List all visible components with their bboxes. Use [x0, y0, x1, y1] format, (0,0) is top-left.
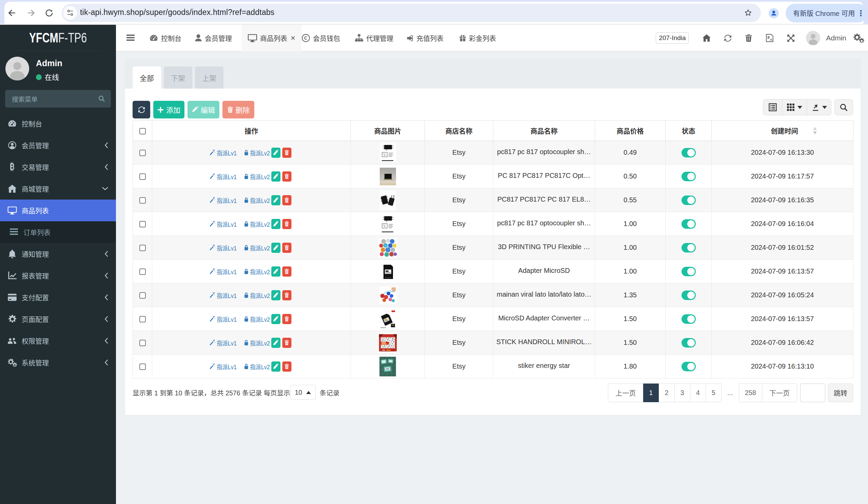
svg-text:A: A [770, 38, 772, 41]
